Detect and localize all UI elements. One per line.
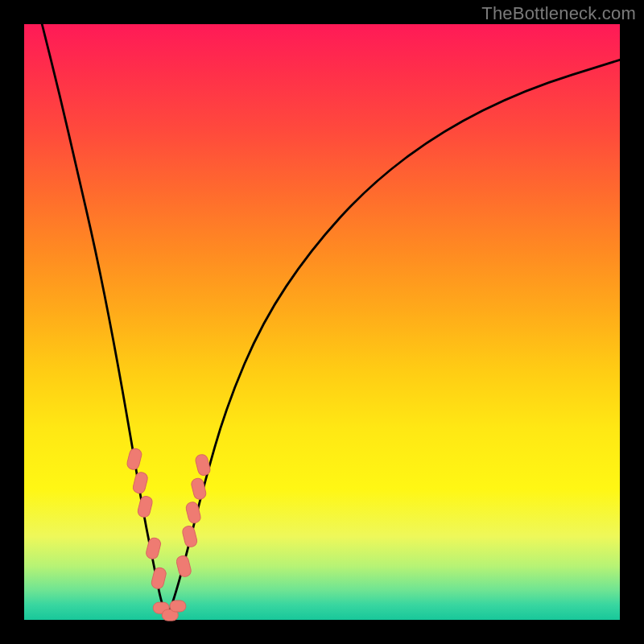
bead (137, 495, 154, 518)
bead (195, 453, 212, 477)
bead (181, 525, 198, 548)
bead (170, 601, 186, 612)
bottleneck-curve (42, 24, 620, 613)
bead (145, 537, 162, 560)
bead (126, 448, 142, 471)
watermark-text: TheBottleneck.com (481, 3, 636, 24)
bead (132, 471, 149, 494)
bead (175, 555, 192, 578)
bottom-beads-group (153, 601, 186, 621)
bead (151, 567, 167, 590)
left-beads-group (126, 448, 167, 590)
curve-layer (24, 24, 620, 620)
right-beads-group (175, 453, 212, 578)
chart-frame: TheBottleneck.com (0, 0, 644, 644)
